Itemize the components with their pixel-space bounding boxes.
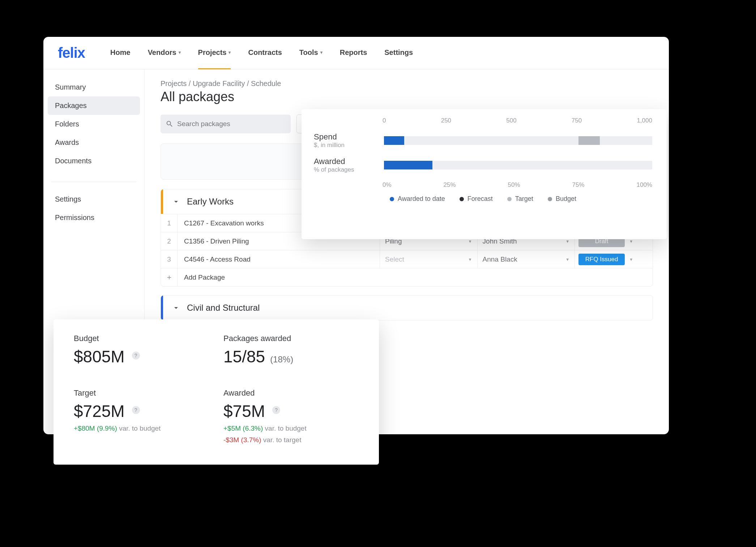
variance-positive: +$5M (6.3%) — [223, 425, 263, 432]
chevron-down-icon: ▾ — [179, 50, 181, 55]
sidebar-item-permissions[interactable]: Permissions — [48, 208, 140, 227]
search-field[interactable] — [161, 115, 291, 133]
sidebar-item-packages[interactable]: Packages — [48, 96, 140, 115]
stat-value: $805M ? — [74, 347, 209, 366]
variance-line: -$3M (3.7%) var. to target — [223, 436, 359, 444]
legend-label: Target — [515, 195, 533, 203]
owner-value: Anna Black — [483, 255, 517, 263]
owner-select[interactable]: Anna Black ▼ — [478, 250, 575, 268]
chevron-down-icon: ▾ — [320, 50, 323, 55]
breadcrumb: Projects / Upgrade Facility / Schedule — [161, 79, 653, 88]
chart-label-title: Spend — [314, 132, 375, 142]
variance-line: +$80M (9.9%) var. to budget — [74, 425, 209, 432]
nav-projects[interactable]: Projects ▾ — [198, 37, 231, 69]
sidebar-item-folders[interactable]: Folders — [48, 115, 140, 133]
axis-top: 0 250 500 750 1,000 — [383, 117, 652, 124]
tick: 25% — [444, 181, 456, 189]
chart-legend: Awarded to date Forecast Target Budget — [314, 195, 652, 203]
nav-settings[interactable]: Settings — [384, 37, 413, 69]
tick: 250 — [441, 117, 451, 124]
variance-suffix: var. to budget — [117, 425, 161, 432]
chart-label-title: Awarded — [314, 157, 375, 166]
legend-label: Budget — [556, 195, 576, 203]
row-index: 3 — [161, 250, 178, 268]
chevron-down-icon: ▾ — [228, 50, 231, 55]
sidebar-item-settings[interactable]: Settings — [48, 190, 140, 208]
discipline-value: Select — [385, 255, 404, 263]
stat-label: Packages awarded — [223, 334, 359, 343]
add-package-label: Add Package — [178, 268, 380, 286]
sidebar-item-awards[interactable]: Awards — [48, 133, 140, 152]
stat-target: Target $725M ? +$80M (9.9%) var. to budg… — [74, 388, 209, 450]
stat-packages-awarded: Packages awarded 15/85 (18%) — [223, 334, 359, 372]
chart-label: Awarded % of packages — [314, 157, 375, 173]
nav-vendors-label: Vendors — [148, 48, 176, 57]
nav-home[interactable]: Home — [110, 37, 131, 69]
sidebar-separator — [51, 182, 136, 182]
nav-tools-label: Tools — [299, 48, 318, 57]
search-input[interactable] — [177, 120, 286, 128]
help-icon[interactable]: ? — [132, 352, 140, 359]
section-title: Civil and Structural — [187, 303, 260, 313]
sidebar-item-summary[interactable]: Summary — [48, 78, 140, 96]
chart-row-spend: Spend $, in million — [314, 132, 652, 149]
help-icon[interactable]: ? — [132, 406, 140, 414]
stat-value-text: $805M — [74, 347, 125, 366]
tick: 750 — [572, 117, 582, 124]
stat-value: $725M ? — [74, 401, 209, 421]
main-nav: Home Vendors ▾ Projects ▾ Contracts Tool… — [110, 37, 413, 69]
legend-dot-icon — [507, 197, 512, 201]
table-row[interactable]: 3 C4546 - Access Road Select ▼ Anna Blac… — [161, 250, 653, 268]
chart-label: Spend $, in million — [314, 132, 375, 149]
stat-value-text: 15/85 — [223, 347, 265, 366]
row-index: 1 — [161, 214, 178, 232]
chevron-down-icon: ▼ — [468, 257, 472, 262]
chart-label-sub: $, in million — [314, 142, 375, 149]
variance-line: +$5M (6.3%) var. to budget — [223, 425, 359, 432]
nav-tools[interactable]: Tools ▾ — [299, 37, 323, 69]
section-header-civil[interactable]: Civil and Structural — [161, 296, 653, 320]
stat-value: $75M ? — [223, 401, 359, 421]
spend-budget-segment — [578, 136, 600, 145]
chevron-down-icon: ▼ — [629, 257, 633, 262]
variance-suffix: var. to target — [261, 436, 302, 444]
chart-row-awarded: Awarded % of packages — [314, 157, 652, 173]
section-title: Early Works — [187, 197, 234, 207]
row-name: C4546 - Access Road — [178, 250, 380, 268]
section-civil-structural: Civil and Structural — [161, 295, 653, 320]
nav-reports[interactable]: Reports — [340, 37, 367, 69]
plus-icon — [161, 268, 178, 286]
tick: 0 — [383, 117, 386, 124]
sidebar-item-documents[interactable]: Documents — [48, 152, 140, 170]
legend-item: Awarded to date — [390, 195, 445, 203]
legend-label: Forecast — [467, 195, 493, 203]
tick: 0% — [383, 181, 392, 189]
status-select[interactable]: RFQ Issued ▼ — [575, 250, 637, 268]
nav-projects-label: Projects — [198, 48, 227, 57]
search-icon — [166, 120, 174, 128]
chevron-down-icon: ▼ — [565, 257, 569, 262]
discipline-select[interactable]: Select ▼ — [380, 250, 478, 268]
stat-label: Budget — [74, 334, 209, 343]
variance-negative: -$3M (3.7%) — [223, 436, 261, 444]
page-title: All packages — [161, 89, 653, 104]
add-package-row[interactable]: Add Package — [161, 268, 653, 286]
nav-vendors[interactable]: Vendors ▾ — [148, 37, 181, 69]
help-icon[interactable]: ? — [272, 406, 280, 414]
nav-contracts[interactable]: Contracts — [248, 37, 282, 69]
legend-item: Target — [507, 195, 533, 203]
tick: 500 — [506, 117, 516, 124]
stat-value: 15/85 (18%) — [223, 347, 359, 366]
stats-panel: Budget $805M ? Packages awarded 15/85 (1… — [54, 319, 379, 465]
tick: 1,000 — [637, 117, 652, 124]
spend-bar-track — [384, 136, 652, 145]
brand-logo: felix — [58, 45, 85, 61]
chevron-down-icon: ▼ — [468, 239, 472, 244]
status-pill: RFQ Issued — [578, 254, 625, 265]
legend-item: Forecast — [460, 195, 493, 203]
chevron-down-icon: ▼ — [565, 239, 569, 244]
stat-label: Target — [74, 388, 209, 398]
tick: 75% — [572, 181, 585, 189]
chevron-down-icon: ▼ — [629, 239, 633, 244]
chevron-down-icon — [172, 303, 180, 312]
